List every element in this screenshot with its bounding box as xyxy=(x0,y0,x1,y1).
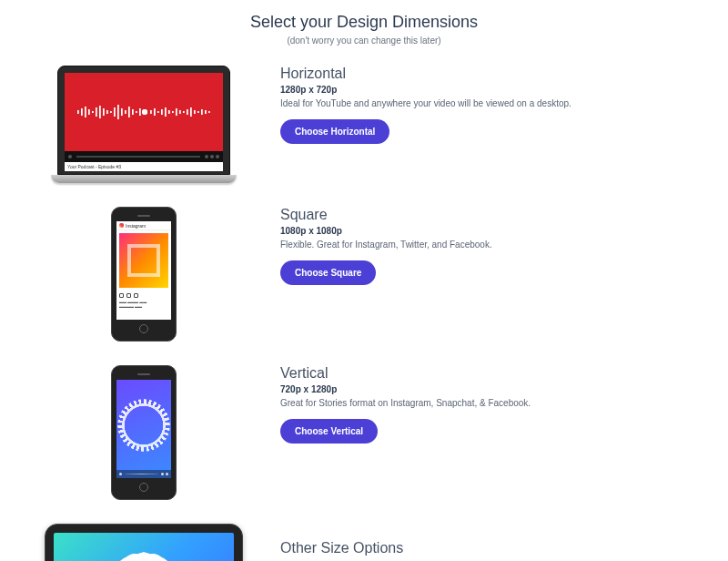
svg-rect-33 xyxy=(201,109,203,115)
option-dimensions: 720p x 1280p xyxy=(280,384,712,394)
svg-rect-22 xyxy=(161,109,163,115)
svg-rect-21 xyxy=(157,111,159,113)
choose-vertical-button[interactable]: Choose Vertical xyxy=(280,419,378,444)
svg-rect-6 xyxy=(99,106,101,118)
choose-horizontal-button[interactable]: Choose Horizontal xyxy=(280,119,389,144)
svg-rect-4 xyxy=(92,111,94,113)
svg-rect-32 xyxy=(197,111,199,113)
svg-rect-16 xyxy=(136,111,137,113)
svg-rect-9 xyxy=(110,111,112,113)
preview-caption: Your Podcast - Episode #3 xyxy=(65,162,223,171)
option-dimensions: 1080p x 1080p xyxy=(280,226,712,236)
preview-phone-square-icon: Instagram ▬▬ ▬▬▬ ▬▬▬▬▬▬ ▬▬ xyxy=(111,207,177,342)
svg-rect-7 xyxy=(103,108,105,116)
option-dimensions: 1280p x 720p xyxy=(280,85,712,95)
option-title-square: Square xyxy=(280,207,712,223)
svg-rect-35 xyxy=(208,111,210,113)
option-description: Ideal for YouTube and anywhere your vide… xyxy=(280,98,712,108)
svg-rect-10 xyxy=(114,107,116,117)
option-description: Flexible. Great for Instagram, Twitter, … xyxy=(280,240,712,250)
preview-app-label: Instagram xyxy=(126,223,146,229)
option-title-vertical: Vertical xyxy=(280,365,712,382)
svg-rect-26 xyxy=(176,108,177,116)
svg-rect-0 xyxy=(77,110,79,114)
page-title: Select your Design Dimensions xyxy=(16,13,712,32)
svg-rect-17 xyxy=(139,108,141,116)
choose-square-button[interactable]: Choose Square xyxy=(280,260,376,285)
svg-rect-5 xyxy=(96,107,97,117)
option-title-horizontal: Horizontal xyxy=(280,66,712,82)
svg-rect-23 xyxy=(165,107,167,117)
svg-rect-8 xyxy=(106,110,108,114)
svg-rect-1 xyxy=(81,108,83,116)
svg-rect-11 xyxy=(117,105,119,119)
page-subtitle: (don't worry you can change this later) xyxy=(16,36,712,46)
svg-rect-34 xyxy=(205,110,207,114)
preview-tablet-icon xyxy=(45,524,243,561)
svg-rect-24 xyxy=(168,110,170,114)
preview-phone-vertical-icon xyxy=(111,365,177,500)
svg-rect-13 xyxy=(125,110,126,114)
other-size-title: Other Size Options xyxy=(280,540,712,556)
preview-laptop-icon: Your Podcast - Episode #3 xyxy=(57,66,230,183)
svg-rect-14 xyxy=(128,107,130,117)
svg-rect-2 xyxy=(85,107,86,117)
svg-rect-20 xyxy=(154,108,156,116)
svg-point-18 xyxy=(142,109,147,115)
svg-rect-31 xyxy=(194,110,196,114)
svg-rect-15 xyxy=(132,109,134,115)
svg-rect-3 xyxy=(88,109,90,115)
svg-rect-27 xyxy=(179,110,181,114)
svg-rect-29 xyxy=(187,109,188,115)
svg-rect-28 xyxy=(183,111,185,113)
svg-rect-12 xyxy=(121,108,123,116)
option-description: Great for Stories format on Instagram, S… xyxy=(280,398,712,408)
svg-rect-25 xyxy=(172,111,174,113)
svg-rect-19 xyxy=(150,110,152,114)
svg-rect-30 xyxy=(190,107,192,117)
